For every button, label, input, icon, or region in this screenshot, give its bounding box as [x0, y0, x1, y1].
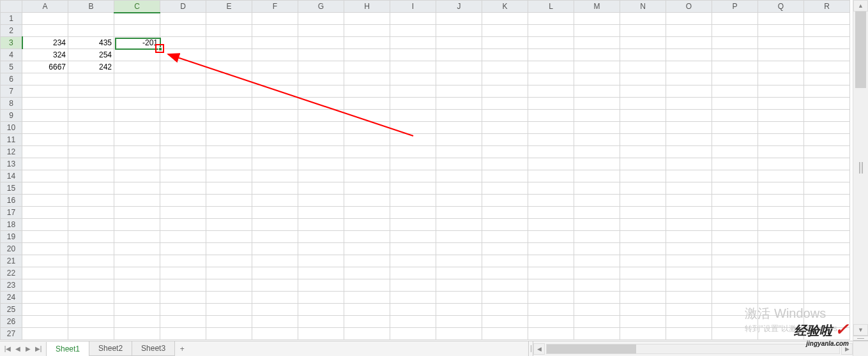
col-header-G[interactable]: G	[298, 1, 344, 13]
cell-B4[interactable]: 254	[68, 49, 114, 61]
cell-A24[interactable]	[22, 292, 68, 304]
cell-L22[interactable]	[528, 267, 574, 279]
cell-E25[interactable]	[206, 304, 252, 316]
cell-R21[interactable]	[804, 255, 850, 267]
cell-A7[interactable]	[22, 85, 68, 98]
cell-A8[interactable]	[22, 98, 68, 110]
cell-J9[interactable]	[436, 110, 482, 122]
cell-M7[interactable]	[574, 85, 620, 98]
cell-E24[interactable]	[206, 292, 252, 304]
cell-Q22[interactable]	[758, 267, 804, 279]
cell-P10[interactable]	[712, 122, 758, 134]
cell-M4[interactable]	[574, 49, 620, 61]
cell-P5[interactable]	[712, 61, 758, 73]
cell-I23[interactable]	[390, 279, 436, 292]
col-header-O[interactable]: O	[666, 1, 712, 13]
cell-F7[interactable]	[252, 85, 298, 98]
cell-N4[interactable]	[620, 49, 666, 61]
cell-N22[interactable]	[620, 267, 666, 279]
cell-L17[interactable]	[528, 207, 574, 219]
cell-L9[interactable]	[528, 110, 574, 122]
cell-J16[interactable]	[436, 195, 482, 207]
col-header-N[interactable]: N	[620, 1, 666, 13]
cell-L13[interactable]	[528, 158, 574, 170]
cell-D18[interactable]	[160, 219, 206, 231]
cell-N5[interactable]	[620, 61, 666, 73]
cell-J7[interactable]	[436, 85, 482, 98]
cell-P9[interactable]	[712, 110, 758, 122]
cell-F2[interactable]	[252, 25, 298, 37]
cell-M20[interactable]	[574, 243, 620, 255]
cell-F20[interactable]	[252, 243, 298, 255]
row-header-2[interactable]: 2	[1, 25, 22, 37]
cell-I13[interactable]	[390, 158, 436, 170]
cell-H27[interactable]	[344, 328, 390, 340]
cell-N2[interactable]	[620, 25, 666, 37]
cell-B2[interactable]	[68, 25, 114, 37]
cell-J26[interactable]	[436, 316, 482, 328]
cell-R9[interactable]	[804, 110, 850, 122]
cell-P11[interactable]	[712, 134, 758, 146]
vscroll-track[interactable]	[853, 11, 868, 155]
cell-L4[interactable]	[528, 49, 574, 61]
col-header-C[interactable]: C	[114, 1, 160, 13]
cell-D10[interactable]	[160, 122, 206, 134]
cell-P14[interactable]	[712, 170, 758, 182]
row-header-26[interactable]: 26	[1, 316, 22, 328]
cell-L10[interactable]	[528, 122, 574, 134]
cell-B5[interactable]: 242	[68, 61, 114, 73]
cell-B3[interactable]: 435	[68, 37, 114, 49]
cell-M19[interactable]	[574, 231, 620, 243]
col-header-J[interactable]: J	[436, 1, 482, 13]
cell-Q15[interactable]	[758, 182, 804, 195]
cell-F6[interactable]	[252, 73, 298, 85]
cell-C1[interactable]	[114, 13, 160, 25]
cell-R8[interactable]	[804, 98, 850, 110]
cell-D5[interactable]	[160, 61, 206, 73]
cell-R14[interactable]	[804, 170, 850, 182]
cell-K7[interactable]	[482, 85, 528, 98]
cell-E11[interactable]	[206, 134, 252, 146]
cell-F1[interactable]	[252, 13, 298, 25]
cell-M3[interactable]	[574, 37, 620, 49]
cell-D20[interactable]	[160, 243, 206, 255]
cell-I4[interactable]	[390, 49, 436, 61]
col-header-D[interactable]: D	[160, 1, 206, 13]
cell-E18[interactable]	[206, 219, 252, 231]
cell-N15[interactable]	[620, 182, 666, 195]
cell-E16[interactable]	[206, 195, 252, 207]
cell-N12[interactable]	[620, 146, 666, 158]
cell-O2[interactable]	[666, 25, 712, 37]
cell-O15[interactable]	[666, 182, 712, 195]
cell-H2[interactable]	[344, 25, 390, 37]
cell-M16[interactable]	[574, 195, 620, 207]
cell-K1[interactable]	[482, 13, 528, 25]
cell-C22[interactable]	[114, 267, 160, 279]
cell-R23[interactable]	[804, 279, 850, 292]
row-header-27[interactable]: 27	[1, 328, 22, 340]
cell-C14[interactable]	[114, 170, 160, 182]
cell-I9[interactable]	[390, 110, 436, 122]
row-header-16[interactable]: 16	[1, 195, 22, 207]
cell-E3[interactable]	[206, 37, 252, 49]
cell-R3[interactable]	[804, 37, 850, 49]
cell-J13[interactable]	[436, 158, 482, 170]
col-header-A[interactable]: A	[22, 1, 68, 13]
cell-I24[interactable]	[390, 292, 436, 304]
cell-A10[interactable]	[22, 122, 68, 134]
cell-L23[interactable]	[528, 279, 574, 292]
cell-M23[interactable]	[574, 279, 620, 292]
cell-G21[interactable]	[298, 255, 344, 267]
cell-N23[interactable]	[620, 279, 666, 292]
cell-G23[interactable]	[298, 279, 344, 292]
cell-P1[interactable]	[712, 13, 758, 25]
cell-H26[interactable]	[344, 316, 390, 328]
cell-D17[interactable]	[160, 207, 206, 219]
tab-nav-last-icon[interactable]: ▶|	[33, 342, 43, 356]
vscroll-track-lower[interactable]	[853, 181, 868, 324]
cell-A26[interactable]	[22, 316, 68, 328]
cell-O3[interactable]	[666, 37, 712, 49]
cell-F25[interactable]	[252, 304, 298, 316]
cell-J22[interactable]	[436, 267, 482, 279]
cell-M6[interactable]	[574, 73, 620, 85]
